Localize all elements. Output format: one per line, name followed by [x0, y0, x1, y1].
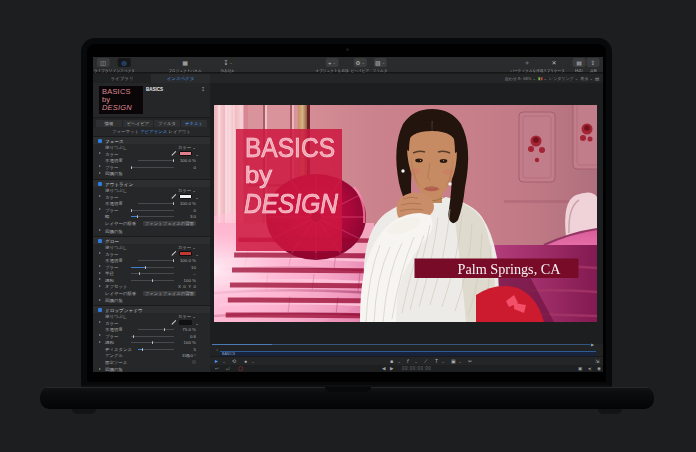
- svg-text:Palm Springs, CA: Palm Springs, CA: [458, 261, 562, 277]
- svg-text:by: by: [245, 161, 272, 188]
- svg-text:DESIGN: DESIGN: [244, 188, 339, 219]
- svg-text:BASICS: BASICS: [245, 133, 335, 163]
